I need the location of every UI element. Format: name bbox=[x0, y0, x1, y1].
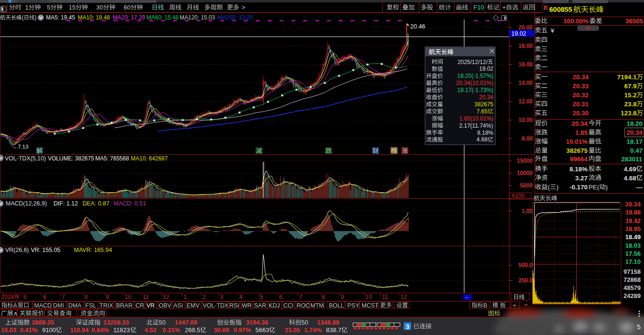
svg-text:11: 11 bbox=[382, 294, 388, 300]
svg-text:7: 7 bbox=[299, 294, 302, 300]
svg-text:MA5: 765568: MA5: 765568 bbox=[95, 155, 129, 162]
svg-text:MTM: MTM bbox=[310, 302, 324, 309]
svg-text:OBV: OBV bbox=[159, 302, 172, 309]
svg-text:VOL-TDX: VOL-TDX bbox=[203, 302, 229, 309]
svg-text:8.18%: 8.18% bbox=[570, 166, 588, 173]
svg-text:5663: 5663 bbox=[255, 326, 269, 334]
svg-text:MCST: MCST bbox=[362, 302, 379, 309]
svg-text:20.46: 20.46 bbox=[410, 23, 425, 30]
svg-text:15: 15 bbox=[69, 4, 75, 11]
svg-text:TRIX: TRIX bbox=[100, 302, 113, 309]
svg-text:0.41%: 0.41% bbox=[20, 326, 37, 334]
svg-text:3889.35: 3889.35 bbox=[32, 319, 54, 326]
svg-text:17.56: 17.56 bbox=[625, 250, 641, 257]
svg-text:2024: 2024 bbox=[1, 294, 14, 300]
svg-text:20.34: 20.34 bbox=[626, 129, 643, 136]
svg-text:19.42: 19.42 bbox=[625, 217, 641, 224]
svg-text:4.69: 4.69 bbox=[624, 166, 636, 173]
svg-text:FSL: FSL bbox=[85, 302, 96, 309]
svg-text:123.8: 123.8 bbox=[621, 110, 637, 117]
svg-text:7.65: 7.65 bbox=[477, 108, 488, 115]
svg-text:10.00: 10.00 bbox=[518, 117, 533, 123]
svg-text:5: 5 bbox=[637, 323, 641, 331]
svg-text:5: 5 bbox=[260, 294, 263, 300]
svg-text:3194.36: 3194.36 bbox=[246, 319, 268, 326]
svg-text:20.33: 20.33 bbox=[572, 83, 589, 90]
svg-text:30: 30 bbox=[96, 4, 103, 11]
svg-text:18.03: 18.03 bbox=[625, 242, 641, 249]
svg-text:269.5: 269.5 bbox=[185, 326, 200, 334]
svg-text:10000: 10000 bbox=[517, 170, 533, 177]
svg-text:16.03: 16.03 bbox=[1, 326, 17, 334]
svg-text:3: 3 bbox=[406, 323, 409, 330]
svg-text:110.94: 110.94 bbox=[70, 326, 89, 334]
svg-text:18.49: 18.49 bbox=[625, 233, 641, 241]
svg-text:DMA: DMA bbox=[68, 302, 82, 309]
svg-text:2025/12/12/: 2025/12/12/ bbox=[458, 59, 488, 65]
svg-text:838.7: 838.7 bbox=[326, 326, 342, 334]
svg-text:MA120: 15.03: MA120: 15.03 bbox=[180, 14, 215, 21]
svg-text:MA10: 642687: MA10: 642687 bbox=[131, 155, 168, 162]
svg-text:1.00: 1.00 bbox=[522, 208, 533, 214]
svg-text:19.02: 19.02 bbox=[511, 30, 526, 37]
svg-text:PE(: PE( bbox=[589, 184, 599, 191]
svg-text:15000: 15000 bbox=[517, 158, 533, 164]
svg-text:): ) bbox=[606, 184, 608, 191]
svg-text:20.34: 20.34 bbox=[479, 94, 493, 101]
svg-text:382675: 382675 bbox=[566, 147, 588, 154]
svg-text:R: R bbox=[544, 5, 548, 11]
svg-text:1348.88: 1348.88 bbox=[317, 319, 339, 326]
svg-text:BOLL: BOLL bbox=[329, 302, 344, 309]
svg-text:7: 7 bbox=[62, 294, 65, 300]
svg-text:5: 5 bbox=[23, 294, 27, 300]
svg-text:10.01%: 10.01% bbox=[566, 138, 588, 145]
svg-text:B: B bbox=[483, 302, 487, 309]
svg-text:F10: F10 bbox=[473, 4, 484, 11]
svg-text:36505: 36505 bbox=[625, 18, 643, 25]
svg-text:KDJ: KDJ bbox=[269, 302, 280, 309]
svg-text:--: -- bbox=[465, 294, 469, 300]
svg-text:MAVR: 165.94: MAVR: 165.94 bbox=[74, 247, 112, 253]
svg-text:1447.69: 1447.69 bbox=[175, 319, 197, 326]
svg-text:-0.170: -0.170 bbox=[570, 184, 588, 191]
svg-text:5: 5 bbox=[47, 4, 50, 11]
svg-text:2.17(11.74%): 2.17(11.74%) bbox=[459, 122, 493, 129]
svg-text:4: 4 bbox=[239, 294, 243, 300]
svg-text:14.00: 14.00 bbox=[518, 80, 533, 86]
svg-text:17.10: 17.10 bbox=[625, 258, 641, 265]
svg-text:3.27: 3.27 bbox=[575, 175, 588, 182]
svg-text:11823: 11823 bbox=[113, 326, 130, 334]
svg-text:20.34: 20.34 bbox=[572, 74, 589, 81]
svg-text:−: − bbox=[524, 301, 528, 308]
svg-text:50: 50 bbox=[159, 319, 165, 326]
svg-text:SAR: SAR bbox=[254, 302, 266, 309]
svg-text:48579: 48579 bbox=[624, 284, 641, 291]
svg-text:72868: 72868 bbox=[624, 276, 641, 283]
svg-text:20.32: 20.32 bbox=[572, 92, 589, 99]
svg-text:1: 1 bbox=[183, 294, 187, 300]
svg-text:ROC: ROC bbox=[297, 302, 310, 309]
svg-text:13258.33: 13258.33 bbox=[103, 319, 129, 326]
svg-text:18.17(-1.73%): 18.17(-1.73%) bbox=[457, 87, 493, 93]
svg-text:12: 12 bbox=[163, 294, 169, 300]
svg-text:VOLUME: 382675: VOLUME: 382675 bbox=[48, 155, 94, 162]
svg-text:+: + bbox=[513, 302, 516, 309]
svg-text:PSY: PSY bbox=[347, 302, 360, 309]
svg-text:4.68: 4.68 bbox=[624, 175, 636, 182]
svg-text:¥: ¥ bbox=[550, 27, 554, 34]
svg-text:12.00: 12.00 bbox=[518, 98, 533, 105]
svg-text:2: 2 bbox=[202, 294, 206, 300]
svg-text:MA5: 19.45: MA5: 19.45 bbox=[46, 14, 75, 21]
svg-text:(: ( bbox=[22, 14, 24, 21]
svg-text:600855: 600855 bbox=[549, 6, 572, 13]
svg-text:24289: 24289 bbox=[624, 292, 641, 299]
svg-text:18.00: 18.00 bbox=[518, 43, 533, 49]
svg-text:X100: X100 bbox=[511, 193, 525, 199]
svg-text:VOL-TDX(5,10): VOL-TDX(5,10) bbox=[5, 155, 46, 162]
svg-text:VR: VR bbox=[146, 302, 154, 309]
svg-text:MA20: 17.29: MA20: 17.29 bbox=[113, 14, 145, 21]
svg-text:16.00: 16.00 bbox=[518, 61, 533, 68]
svg-text:500.0: 500.0 bbox=[518, 262, 533, 269]
svg-text:7194.1: 7194.1 bbox=[617, 74, 637, 81]
svg-text:382675: 382675 bbox=[474, 101, 493, 108]
